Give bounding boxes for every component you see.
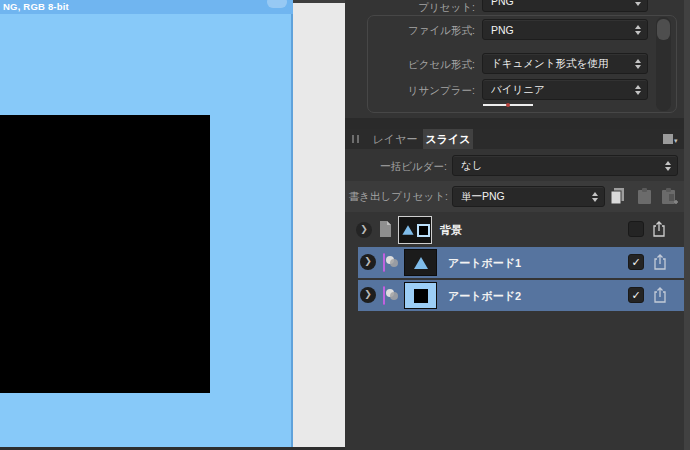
- right-panel: プリセット: PNG ファイル形式: PNG ピクセル形式: ドキュメント形式を…: [345, 0, 690, 450]
- pixel-format-dropdown[interactable]: ドキュメント形式を使用: [482, 53, 648, 74]
- document-title: NG, RGB 8-bit: [3, 1, 69, 12]
- panel-drag-handle-icon[interactable]: [352, 135, 360, 143]
- dropdown-stepper-icon: [629, 85, 641, 95]
- slice-row-artboard2[interactable]: ❯ アートボード2 ✓: [358, 280, 690, 311]
- chevron-down-icon: ▾: [674, 137, 678, 145]
- pasteboard: [293, 0, 345, 447]
- share-export-icon[interactable]: [652, 253, 668, 271]
- preset-value: PNG: [491, 0, 514, 7]
- export-preset-label: 書き出しプリセット:: [348, 190, 448, 204]
- export-checkbox[interactable]: ✓: [628, 221, 644, 237]
- pixel-format-value: ドキュメント形式を使用: [491, 57, 608, 71]
- preset-label: プリセット:: [345, 1, 475, 15]
- slice-name: 背景: [440, 223, 462, 238]
- background-thumbnail: [398, 216, 432, 244]
- resampler-value: バイリニア: [491, 83, 545, 97]
- file-format-label: ファイル形式:: [345, 24, 475, 38]
- dropdown-stepper-icon: [586, 192, 598, 202]
- slice-row-background[interactable]: ❯ 背景 ✓: [345, 213, 690, 247]
- document-canvas: NG, RGB 8-bit: [0, 0, 293, 447]
- artboard2-black-rectangle: [0, 115, 210, 393]
- copy-icon: [608, 186, 628, 208]
- resampler-label: リサンプラー:: [345, 84, 475, 98]
- share-export-icon[interactable]: [652, 286, 668, 304]
- tab-layers[interactable]: レイヤー: [367, 129, 423, 149]
- expand-chevron-icon[interactable]: ❯: [356, 222, 372, 238]
- paste-preset-button[interactable]: [635, 186, 655, 208]
- artboard-badge-icon: [383, 286, 385, 305]
- check-icon: ✓: [631, 289, 640, 301]
- paste-add-preset-button[interactable]: [660, 186, 680, 208]
- copy-preset-button[interactable]: [608, 186, 628, 208]
- export-preset-dropdown[interactable]: 単一PNG: [452, 186, 605, 207]
- share-export-icon[interactable]: [651, 220, 667, 238]
- file-format-value: PNG: [491, 24, 514, 36]
- pasteboard-top-edge: [293, 0, 345, 3]
- slice-row-artboard1[interactable]: ❯ アートボード1 ✓: [358, 247, 690, 278]
- panel-divider: [345, 118, 690, 129]
- artboard-badge-icon: [383, 253, 385, 272]
- batch-builder-label: 一括ビルダー:: [345, 160, 447, 174]
- dropdown-stepper-icon: [629, 59, 641, 69]
- slice-name: アートボード2: [448, 289, 521, 304]
- expand-chevron-icon[interactable]: ❯: [360, 287, 376, 303]
- panel-tab-bar: レイヤー スライス ▾: [345, 129, 690, 149]
- page-indicator-handle[interactable]: [483, 104, 533, 106]
- scrollbar-thumb[interactable]: [657, 19, 670, 40]
- tab-slices[interactable]: スライス: [423, 129, 473, 149]
- dropdown-stepper-icon: [629, 25, 641, 35]
- export-preset-value: 単一PNG: [461, 190, 505, 204]
- document-tab-corner: [267, 0, 287, 8]
- artboard1-thumbnail: [404, 249, 437, 276]
- panel-right-edge: [684, 0, 690, 450]
- pixel-format-label: ピクセル形式:: [345, 58, 475, 72]
- artboard2-thumbnail: [404, 282, 437, 309]
- export-checkbox[interactable]: ✓: [628, 254, 644, 270]
- dropdown-stepper-icon: [659, 161, 671, 171]
- panel-menu-icon: [663, 134, 673, 144]
- batch-builder-dropdown[interactable]: なし: [452, 155, 678, 176]
- dropdown-stepper-icon: [629, 0, 641, 6]
- clipboard-plus-icon: [660, 186, 680, 208]
- document-tab[interactable]: NG, RGB 8-bit: [0, 0, 293, 14]
- export-checkbox[interactable]: ✓: [628, 287, 644, 303]
- check-icon: ✓: [631, 256, 640, 268]
- expand-chevron-icon[interactable]: ❯: [360, 254, 376, 270]
- preset-dropdown[interactable]: PNG: [482, 0, 648, 12]
- resampler-dropdown[interactable]: バイリニア: [482, 79, 648, 100]
- settings-scrollbar[interactable]: [656, 17, 671, 111]
- clipboard-icon: [635, 186, 655, 208]
- panel-menu-button[interactable]: ▾: [663, 134, 683, 146]
- slice-name: アートボード1: [448, 256, 521, 271]
- file-format-dropdown[interactable]: PNG: [482, 19, 648, 40]
- batch-builder-value: なし: [461, 159, 483, 173]
- page-icon: [379, 221, 392, 237]
